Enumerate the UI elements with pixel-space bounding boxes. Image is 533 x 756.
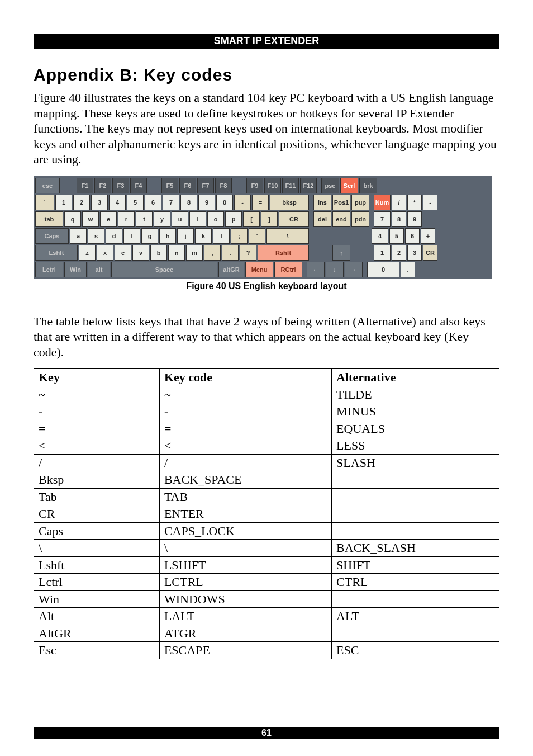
keyboard-figure: esc F1 F2 F3 F4 F5 F6 F7 F8 F9 F10 F11 F… <box>34 176 492 279</box>
cell-key: / <box>34 454 160 471</box>
kbd-row-4: Caps a s d f g h j k l ; ' \ 4 5 6 + <box>35 228 490 244</box>
key-f3: F3 <box>112 178 129 193</box>
gap <box>318 178 320 193</box>
key-num: Num <box>374 195 391 210</box>
gap <box>310 245 331 261</box>
key-m: m <box>186 245 203 261</box>
key-brk: brk <box>359 178 377 193</box>
cell-key: ~ <box>34 386 160 403</box>
cell-key: - <box>34 403 160 420</box>
cell-key: Alt <box>34 608 160 625</box>
gap <box>61 178 75 193</box>
key-dot: . <box>222 245 239 261</box>
key-np9: 9 <box>407 211 422 227</box>
key-5: 5 <box>127 195 144 210</box>
key-p: p <box>225 211 242 227</box>
page-title: Appendix B: Key codes <box>34 65 499 84</box>
key-8: 8 <box>180 195 197 210</box>
table-row: ~~TILDE <box>34 386 499 403</box>
key-1: 1 <box>55 195 72 210</box>
cell-alt <box>332 505 499 523</box>
key-l: l <box>213 228 230 244</box>
key-np3: 3 <box>407 245 422 261</box>
key-npsub: - <box>423 195 437 210</box>
key-rshft: Rshft <box>258 245 309 261</box>
key-j: j <box>177 228 194 244</box>
key-pup: pup <box>351 195 369 210</box>
table-header-row: Key Key code Alternative <box>34 369 499 386</box>
cell-code: < <box>159 437 331 455</box>
cell-key: Tab <box>34 488 160 505</box>
key-f4: F4 <box>130 178 147 193</box>
cell-alt <box>332 488 499 505</box>
key-psc: psc <box>321 178 339 193</box>
table-row: LctrlLCTRLCTRL <box>34 574 499 591</box>
th-code: Key code <box>159 369 331 386</box>
key-left: ← <box>307 262 325 277</box>
key-f10: F10 <box>264 178 281 193</box>
key-f: f <box>123 228 140 244</box>
key-lbracket: [ <box>243 211 260 227</box>
key-f5: F5 <box>161 178 178 193</box>
gap <box>233 178 245 193</box>
key-right: → <box>345 262 363 277</box>
cell-alt: ALT <box>332 608 499 625</box>
table-row: CapsCAPS_LOCK <box>34 522 499 540</box>
keycode-table: Key Key code Alternative ~~TILDE --MINUS… <box>34 368 499 659</box>
key-pos1: Pos1 <box>332 195 350 210</box>
cell-code: BACK_SPACE <box>159 471 331 489</box>
key-4: 4 <box>109 195 126 210</box>
cell-key: Lshft <box>34 556 160 574</box>
key-o: o <box>207 211 224 227</box>
cell-key: Bksp <box>34 471 160 489</box>
key-pdn: pdn <box>351 211 369 227</box>
key-altgr: altGR <box>218 262 244 277</box>
cell-code: LCTRL <box>159 574 331 591</box>
cell-alt <box>332 590 499 608</box>
key-apostrophe: ' <box>249 228 265 244</box>
cell-key: \ <box>34 540 160 557</box>
key-rctrl: RCtrl <box>274 262 302 277</box>
cell-code: ENTER <box>159 505 331 523</box>
key-np6: 6 <box>405 228 420 244</box>
key-np1: 1 <box>374 245 391 261</box>
key-v: v <box>132 245 149 261</box>
key-b: b <box>150 245 167 261</box>
key-0: 0 <box>216 195 233 210</box>
cell-alt: SHIFT <box>332 556 499 574</box>
cell-alt <box>332 471 499 489</box>
cell-key: AltGR <box>34 625 160 642</box>
gap <box>416 262 431 277</box>
key-f6: F6 <box>179 178 196 193</box>
key-semicolon: ; <box>231 228 248 244</box>
cell-key: < <box>34 437 160 455</box>
key-2: 2 <box>73 195 90 210</box>
key-minus: - <box>234 195 251 210</box>
gap <box>303 262 306 277</box>
key-f9: F9 <box>246 178 263 193</box>
key-npmul: * <box>407 195 422 210</box>
cell-alt: EQUALS <box>332 420 499 437</box>
cell-alt: SLASH <box>332 454 499 471</box>
table-row: AltLALTALT <box>34 608 499 625</box>
cell-alt <box>332 625 499 642</box>
key-d: d <box>106 228 122 244</box>
key-np7: 7 <box>374 211 391 227</box>
gap <box>148 178 160 193</box>
key-end: end <box>332 211 350 227</box>
key-f8: F8 <box>215 178 232 193</box>
table-row: TabTAB <box>34 488 499 505</box>
table-row: //SLASH <box>34 454 499 471</box>
key-slash: ? <box>240 245 256 261</box>
key-f1: F1 <box>77 178 93 193</box>
key-np0: 0 <box>367 262 399 277</box>
key-lshft: Lshft <box>35 245 78 261</box>
key-bksp: bksp <box>270 195 309 210</box>
key-r: r <box>118 211 135 227</box>
cell-code: = <box>159 420 331 437</box>
table-row: --MINUS <box>34 403 499 420</box>
th-key: Key <box>34 369 160 386</box>
kbd-row-5: Lshft z x c v b n m , . ? Rshft ↑ 1 2 3 … <box>35 245 490 261</box>
key-c: c <box>115 245 131 261</box>
cell-code: ATGR <box>159 625 331 642</box>
